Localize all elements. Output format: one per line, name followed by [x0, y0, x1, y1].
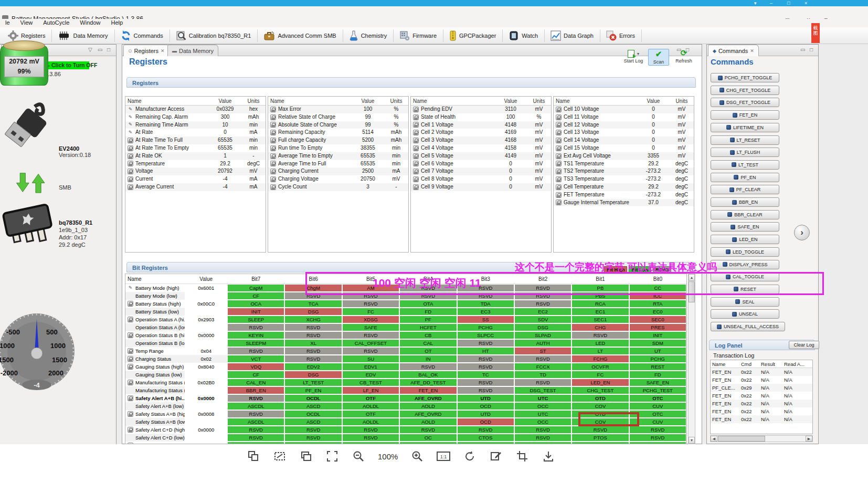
log-column-1[interactable]: Cmd [741, 360, 761, 368]
scrollbar-thumb[interactable] [718, 436, 765, 442]
bit-cell-aoldl[interactable]: AOLDL [343, 418, 399, 425]
table-row[interactable]: Average Time to Full65535min [268, 160, 408, 168]
bit-cell-sdm[interactable]: SDM [630, 340, 686, 347]
toolbar-chemistry[interactable]: Chemistry [344, 28, 393, 43]
scroll-right-icon[interactable]: ▶ [806, 436, 812, 442]
bit-cell-edv2[interactable]: EDV2 [285, 363, 341, 370]
bit-cell-sdv[interactable]: SDV [515, 316, 571, 323]
bit-cell-cf[interactable]: CF [228, 371, 284, 378]
rotate-icon[interactable] [463, 449, 477, 463]
command-button-dsg_fet_toggle[interactable]: DSG_FET_TOGGLE [711, 98, 779, 107]
bit-cell-rsvd[interactable]: RSVD [228, 348, 284, 354]
log-column-0[interactable]: Name [711, 360, 741, 368]
bit-cell-hcfet[interactable]: HCFET [400, 324, 456, 331]
bit-cell-vdq[interactable]: VDQ [228, 363, 284, 370]
column-header-units[interactable]: Units [527, 97, 551, 105]
bit-cell-safe_en[interactable]: SAFE_EN [630, 379, 686, 386]
bit-cell-sleep[interactable]: SLEEP [228, 316, 284, 323]
bit-cell-rta[interactable]: RTA [630, 300, 686, 307]
column-header-value[interactable]: Value [637, 97, 670, 105]
minimize-icon[interactable]: – [770, 0, 772, 6]
bit-cell-otd[interactable]: OTD [572, 395, 628, 402]
bit-cell-rsvd[interactable]: RSVD [458, 426, 514, 433]
bit-cell-rsvd[interactable]: RSVD [343, 434, 399, 441]
bit-cell-ec2[interactable]: EC2 [515, 308, 571, 315]
table-row[interactable]: Gauge Internal Temperature37.0degC [554, 199, 694, 207]
bit-cell-keyin[interactable]: KEYIN [228, 332, 284, 339]
bit-cell-led[interactable]: LED [572, 340, 628, 347]
table-row[interactable]: Temperature29.2degC [125, 160, 266, 168]
bit-cell-cal_offset[interactable]: CAL_OFFSET [343, 340, 399, 347]
bit-cell-rsvd[interactable]: RSVD [515, 426, 571, 433]
scan-toggle-button[interactable]: ✔ Scan [648, 49, 669, 66]
bit-cell-rsvd[interactable]: RSVD [515, 300, 571, 307]
edit-icon[interactable] [489, 449, 503, 463]
table-row[interactable]: Cell 9 Voltage0mV [411, 183, 551, 191]
table-row[interactable]: Cell 5 Voltage4149mV [411, 152, 551, 160]
log-row[interactable]: FET_EN0x22N/AN/A [711, 400, 812, 407]
refresh-button[interactable]: ⟳ Refresh [673, 49, 694, 64]
expand-panel-button[interactable]: › [794, 225, 810, 240]
bit-cell-fd[interactable]: FD [400, 308, 456, 315]
table-row[interactable]: Cell 12 Voltage0mV [554, 121, 694, 129]
command-button-unseal_full_access[interactable]: UNSEAL_FULL_ACCESS [711, 322, 785, 331]
table-row[interactable]: ✎Manufacturer Access0x0329hex [125, 106, 266, 113]
bit-cell-rsvd[interactable]: RSVD [285, 426, 341, 433]
bit-cell-bbr_en[interactable]: BBR_EN [228, 387, 284, 394]
bit-cell-rsvd[interactable]: RSVD [400, 426, 456, 433]
bit-cell-tda[interactable]: TDA [458, 300, 514, 307]
bit-cell-xdsg[interactable]: XDSG [343, 316, 399, 323]
bit-cell-led_en[interactable]: LED_EN [572, 379, 628, 386]
bit-cell-rsvd[interactable]: RSVD [343, 300, 399, 307]
bit-cell-rsvd[interactable]: RSVD [630, 426, 686, 433]
bit-register-row[interactable]: Battery Status (high)0x00C0OCATCARSVDOTA… [125, 300, 686, 308]
toolbar-calibration-bq78350-r1[interactable]: Calibration bq78350_R1 [171, 28, 257, 43]
bit-cell-cf[interactable]: CF [228, 292, 284, 299]
bit-cell-dsg[interactable]: DSG [285, 308, 341, 315]
toolbar-commands[interactable]: Commands [116, 28, 168, 43]
command-button-chg_fet_toggle[interactable]: CHG_FET_TOGGLE [711, 86, 779, 95]
bit-cell-rsvd[interactable]: RSVD [285, 332, 341, 339]
column-header-value[interactable]: Value [209, 97, 241, 105]
command-button-fet_en[interactable]: FET_EN [711, 110, 779, 120]
column-header-name[interactable]: Name [268, 97, 352, 105]
bit-cell-rsvd[interactable]: RSVD [400, 363, 456, 370]
table-row[interactable]: TS2 Temperature-273.2degC [554, 167, 694, 175]
bit-cell-pf_en[interactable]: PF_EN [285, 387, 341, 394]
bit-cell-rsvd[interactable]: RSVD [228, 434, 284, 441]
bit-cell-cuv[interactable]: CUV [630, 403, 686, 410]
bit-cell-aoldl[interactable]: AOLDL [343, 403, 399, 410]
zoom-out-icon[interactable] [352, 449, 365, 463]
bit-cell-sleepm[interactable]: SLEEPM [228, 340, 284, 347]
toolbar-errors[interactable]: Errors [601, 28, 640, 43]
bit-cell-utc[interactable]: UTC [515, 411, 571, 417]
bit-cell-rsvd[interactable]: RSVD [285, 348, 341, 354]
table-row[interactable]: Cell 11 Voltage0mV [554, 113, 694, 121]
bit-cell-afe_ovrd[interactable]: AFE_OVRD [400, 411, 456, 417]
bit-cell-tc[interactable]: TC [458, 371, 514, 378]
bit-cell-ascdl[interactable]: ASCDL [228, 418, 284, 425]
command-button-pf_clear[interactable]: PF_CLEAR [711, 185, 779, 194]
command-button-lt_flush[interactable]: LT_FLUSH [711, 148, 779, 157]
bit-cell-edv1[interactable]: EDV1 [343, 363, 399, 370]
table-row[interactable]: Cell 8 Voltage0mV [411, 175, 551, 183]
bit-register-row[interactable]: Operation Status A (low)RSVDRSVDSAFEHCFE… [125, 323, 686, 331]
clear-log-button[interactable]: Clear Log [789, 341, 819, 349]
bit-cell-pchg[interactable]: PCHG [458, 324, 514, 331]
menu-triangle-icon[interactable]: ▽ [88, 47, 92, 53]
table-row[interactable]: Absolute State of Charge99% [268, 121, 408, 129]
command-button-pchg_fet_toggle[interactable]: PCHG_FET_TOGGLE [711, 73, 779, 82]
bit-cell-auth[interactable]: AUTH [515, 340, 571, 347]
toolbar-watch[interactable]: Watch [504, 28, 543, 43]
table-row[interactable]: Cell 15 Voltage0mV [554, 144, 694, 152]
bit-cell-oca[interactable]: OCA [228, 300, 284, 307]
bit-register-row[interactable]: Safety Alert A+B (hi...0x0000RSVDOCDLOTF… [125, 394, 686, 402]
bit-cell-su[interactable]: SU [343, 355, 399, 362]
screenshot-plugin-tab[interactable]: 截图 [811, 23, 820, 43]
bit-cell-rsvd[interactable]: RSVD [515, 434, 571, 441]
log-row[interactable]: FET_EN0x22N/AN/A [711, 392, 812, 400]
table-row[interactable]: Cell 1 Voltage4148mV [411, 121, 551, 129]
table-row[interactable]: Cell 7 Voltage0mV [411, 167, 551, 175]
command-button-lifetime_en[interactable]: LIFETIME_EN [711, 123, 779, 132]
bit-cell-lt[interactable]: LT [572, 348, 628, 354]
